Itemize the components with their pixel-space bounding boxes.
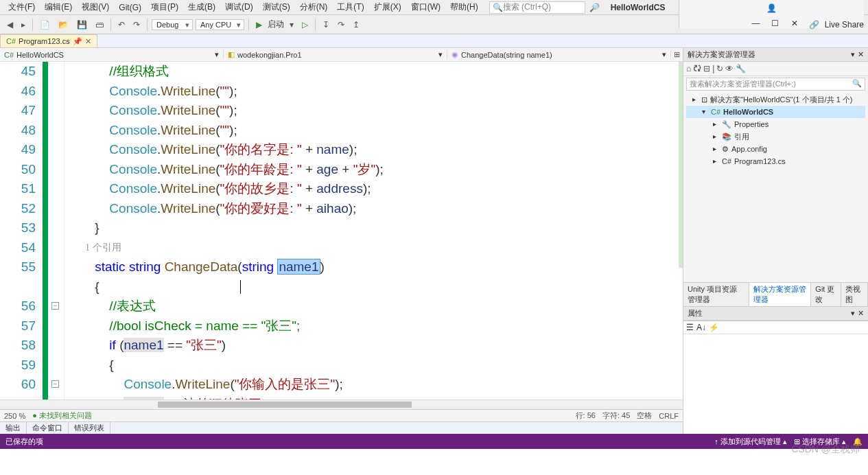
platform-combo[interactable]: Any CPU [196,19,244,30]
maximize-button[interactable]: ☐ [768,19,783,28]
nav-back-icon[interactable]: ◀ [4,19,16,31]
properties-title: 属性 ▾ ✕ [683,307,868,321]
step-out-icon[interactable]: ↥ [350,19,362,31]
search-go-icon[interactable]: 🔎 [587,1,602,14]
tree-node[interactable]: ▸⚙App.config [686,143,865,155]
change-bar [43,62,48,399]
categorize-icon[interactable]: ☰ [686,323,694,332]
fold-toggle[interactable]: − [51,302,59,310]
menu-item[interactable]: 工具(T) [333,0,368,14]
tab-close-icon[interactable]: ✕ [85,37,91,46]
tree-node[interactable]: ▸🔧Properties [686,118,865,130]
class-icon: ◧ [228,50,235,59]
panel-close-icon[interactable]: ✕ [858,50,864,59]
collapse-icon[interactable]: ⊟ [703,64,710,73]
liveshare-label[interactable]: Live Share [825,20,864,30]
menu-item[interactable]: 帮助(H) [446,0,482,14]
tree-node[interactable]: ▸C#Program123.cs [686,155,865,167]
liveshare-icon[interactable]: 🔗 [806,19,822,31]
indent-mode[interactable]: 空格 [637,410,652,421]
minimize-button[interactable]: — [749,19,764,28]
fold-gutter[interactable]: −− [48,62,64,399]
bottom-tab[interactable]: 命令窗口 [27,421,69,434]
menu-item[interactable]: 编辑(E) [40,0,76,14]
file-icon: ⚙ [722,143,729,155]
solution-explorer-title: 解决方案资源管理器 ▾ ✕ [683,48,868,62]
bottom-tab[interactable]: 输出 [0,421,27,434]
status-bar: 已保存的项 ↑ 添加到源代码管理 ▴ ⊞ 选择存储库 ▴ 🔔 [0,434,868,449]
panel-close-icon[interactable]: ✕ [858,309,864,318]
fold-toggle[interactable]: − [51,380,59,388]
redo-icon[interactable]: ↷ [130,19,143,31]
events-icon[interactable]: ⚡ [709,323,719,332]
run-icon[interactable]: ▶ [253,19,265,31]
menu-item[interactable]: 分析(N) [296,0,332,14]
menu-item[interactable]: 窗口(W) [407,0,445,14]
menu-item[interactable]: Git(G) [115,1,145,14]
project-node[interactable]: ▾C#HelloWorldCS [686,106,865,118]
save-icon[interactable]: 💾 [74,19,90,31]
file-icon: 📚 [722,130,731,143]
search-placeholder: 搜索 (Ctrl+Q) [503,1,551,13]
tree-node[interactable]: ▸📚引用 [686,130,865,143]
solution-toolbar: ⌂ 🗘 ⊟ | ↻ 👁 🔧 [683,62,868,76]
project-name: HelloWorldCS [611,3,666,12]
right-tab[interactable]: Git 更改 [811,283,841,306]
panel-dropdown-icon[interactable]: ▾ [851,309,855,318]
home-icon[interactable]: ⌂ [686,64,691,73]
refresh-icon[interactable]: ↻ [716,64,723,73]
alpha-sort-icon[interactable]: A↓ [696,323,706,332]
menu-item[interactable]: 测试(S) [259,0,294,14]
menu-item[interactable]: 文件(F) [4,0,39,14]
menu-item[interactable]: 扩展(X) [370,0,406,14]
run-no-debug-icon[interactable]: ▷ [299,19,311,31]
login-avatar-icon[interactable]: 👤 [766,3,777,13]
code-content[interactable]: //组织格式 Console.WriteLine(""); Console.Wr… [64,62,683,399]
right-tab[interactable]: Unity 项目资源管理器 [683,283,749,306]
step-into-icon[interactable]: ↧ [320,19,332,31]
right-tab[interactable]: 解决方案资源管理器 [749,283,812,306]
config-combo[interactable]: Debug [152,19,193,30]
show-all-icon[interactable]: 👁 [725,64,734,73]
solution-search[interactable]: 搜索解决方案资源管理器(Ctrl+;) 🔍 [686,78,865,91]
eol-mode[interactable]: CRLF [659,412,679,420]
new-file-icon[interactable]: 📄 [37,19,53,31]
source-control[interactable]: ↑ 添加到源代码管理 ▴ [714,437,787,447]
bottom-tab[interactable]: 错误列表 [69,421,110,434]
h-scrollbar[interactable] [0,399,683,409]
solution-tree[interactable]: ▸⊡解决方案"HelloWorldCS"(1 个项目/共 1 个) ▾C#Hel… [683,92,868,169]
document-tabs: C# Program123.cs 📌 ✕ [0,34,868,48]
panel-dropdown-icon[interactable]: ▾ [851,50,855,59]
menu-item[interactable]: 生成(B) [184,0,220,14]
step-over-icon[interactable]: ↷ [335,19,347,31]
run-dropdown-icon[interactable]: ▾ [287,19,296,31]
save-all-icon[interactable]: 🗃 [93,19,106,31]
right-tab[interactable]: 类视图 [841,283,868,306]
properties-icon[interactable]: 🔧 [736,64,746,73]
repo-select[interactable]: ⊞ 选择存储库 ▴ [794,437,846,447]
split-editor-icon[interactable]: ⊞ [671,49,683,60]
issues-indicator[interactable]: ● 未找到相关问题 [32,410,92,421]
cursor-col: 字符: 45 [602,410,630,421]
menu-item[interactable]: 调试(D) [221,0,257,14]
open-icon[interactable]: 📂 [56,19,71,31]
solution-icon: ⊡ [701,93,707,106]
menu-item[interactable]: 项目(P) [147,0,183,14]
tab-pin-icon[interactable]: 📌 [73,37,82,46]
menu-item[interactable]: 视图(V) [78,0,113,14]
solution-root[interactable]: ▸⊡解决方案"HelloWorldCS"(1 个项目/共 1 个) [686,93,865,106]
nav-class[interactable]: ◧wodekongjian.Pro1▾ [224,50,447,59]
run-label[interactable]: 启动 [268,19,284,30]
code-editor[interactable]: 4546474849505152535455 5657585960616263 … [0,62,683,399]
zoom-level[interactable]: 250 % [4,412,25,420]
close-window-button[interactable]: ✕ [787,19,802,28]
notifications-icon[interactable]: 🔔 [853,437,863,446]
nav-fwd-icon[interactable]: ▸ [19,19,28,31]
nav-method[interactable]: ◉ChangeData(string name1)▾ [447,50,671,59]
status-saved: 已保存的项 [5,437,43,447]
nav-namespace[interactable]: C#HelloWorldCS▾ [0,50,224,59]
undo-icon[interactable]: ↶ [115,19,128,31]
tab-program123[interactable]: C# Program123.cs 📌 ✕ [0,34,97,47]
sync-icon[interactable]: 🗘 [693,64,701,73]
global-search[interactable]: 🔍 搜索 (Ctrl+Q) [489,1,585,14]
